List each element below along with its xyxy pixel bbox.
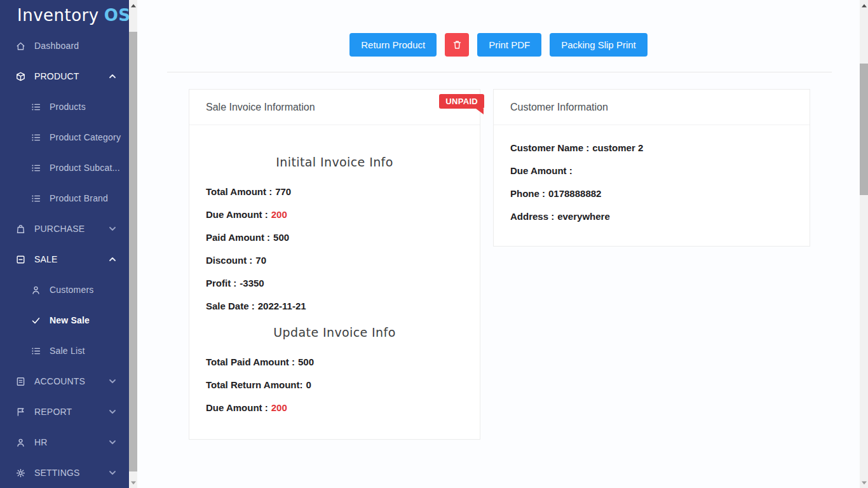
scroll-down-arrow-icon[interactable] xyxy=(860,478,868,487)
trash-icon xyxy=(452,39,463,50)
customer-info-card: Customer Information Customer Name :cust… xyxy=(493,89,810,247)
paid-amount-line: Paid Amount :500 xyxy=(206,233,463,242)
sidebar-item-dashboard[interactable]: Dashboard xyxy=(0,30,129,61)
sidebar-item-label: PRODUCT xyxy=(34,71,79,81)
sidebar-item-label: SETTINGS xyxy=(34,468,80,478)
sidebar-item-label: Dashboard xyxy=(34,41,79,51)
profit-line: Profit :-3350 xyxy=(206,278,463,288)
scroll-up-arrow-icon[interactable] xyxy=(129,1,137,10)
customer-due-amount-line: Due Amount : xyxy=(510,166,793,175)
sale-invoice-card-header: Sale Invoice Information UNPAID xyxy=(189,90,480,125)
customer-address-line: Address :everywhere xyxy=(510,212,793,221)
chevron-up-icon xyxy=(107,254,118,264)
sidebar-item-report[interactable]: REPORT xyxy=(0,396,129,427)
sidebar-item-label: Product Category xyxy=(50,132,121,142)
customer-info-card-body: Customer Name :customer 2 Due Amount : P… xyxy=(494,125,810,221)
sidebar-item-product-category[interactable]: Product Category xyxy=(0,122,129,152)
sidebar-item-hr[interactable]: HR xyxy=(0,427,129,458)
unpaid-status-badge: UNPAID xyxy=(439,94,484,109)
packing-slip-print-button[interactable]: Packing Slip Print xyxy=(550,33,648,57)
page-scrollbar-thumb[interactable] xyxy=(860,64,868,195)
sidebar-item-label: Product Subcat... xyxy=(50,163,120,173)
sidebar-item-new-sale[interactable]: New Sale xyxy=(0,305,129,336)
person-icon xyxy=(15,437,26,448)
sidebar-item-sale-list[interactable]: Sale List xyxy=(0,336,129,366)
chevron-down-icon xyxy=(107,437,118,447)
page-scrollbar[interactable] xyxy=(860,0,868,488)
brand-logo: Inventory OS xyxy=(0,0,129,30)
sidebar-item-label: PURCHASE xyxy=(34,224,85,234)
gear-icon xyxy=(15,468,26,478)
due-amount-updated-line: Due Amount :200 xyxy=(206,403,463,412)
sale-date-line: Sale Date :2022-11-21 xyxy=(206,301,463,311)
customer-info-card-header: Customer Information xyxy=(494,90,810,125)
delete-button[interactable] xyxy=(445,33,469,57)
customer-phone-line: Phone :0178888882 xyxy=(510,189,793,198)
total-amount-line: Total Amount :770 xyxy=(206,187,463,196)
sidebar-item-product-brand[interactable]: Product Brand xyxy=(0,183,129,214)
sidebar-item-label: SALE xyxy=(34,254,58,264)
bag-icon xyxy=(15,224,26,234)
discount-line: Discount :70 xyxy=(206,255,463,265)
sidebar: Inventory OS Dashboard PRODUCT Products … xyxy=(0,0,129,488)
chevron-down-icon xyxy=(107,224,118,234)
sidebar-item-label: Product Brand xyxy=(50,193,108,203)
toolbar: Return Product Print PDF Packing Slip Pr… xyxy=(137,33,860,57)
initial-invoice-heading: Initital Invoice Info xyxy=(206,154,463,170)
receipt-icon xyxy=(15,254,26,265)
check-icon xyxy=(31,315,41,326)
update-invoice-heading: Update Invoice Info xyxy=(206,324,463,341)
home-icon xyxy=(15,41,26,51)
customer-info-card-title: Customer Information xyxy=(510,102,608,113)
total-return-amount-line: Total Return Amount:0 xyxy=(206,380,463,390)
sidebar-item-product[interactable]: PRODUCT xyxy=(0,61,129,92)
sale-invoice-card: Sale Invoice Information UNPAID Initital… xyxy=(189,89,480,440)
chevron-down-icon xyxy=(107,468,118,478)
sidebar-item-accounts[interactable]: ACCOUNTS xyxy=(0,366,129,396)
sidebar-item-customers[interactable]: Customers xyxy=(0,274,129,305)
chevron-down-icon xyxy=(107,407,118,417)
sidebar-item-purchase[interactable]: PURCHASE xyxy=(0,214,129,244)
sidebar-scrollbar-thumb[interactable] xyxy=(129,32,137,471)
sidebar-item-label: ACCOUNTS xyxy=(34,376,85,386)
brand-name: Inventory xyxy=(17,6,99,25)
sidebar-scrollbar[interactable] xyxy=(129,0,137,488)
list-icon xyxy=(31,132,41,143)
sidebar-item-settings[interactable]: SETTINGS xyxy=(0,458,129,488)
box-icon xyxy=(15,71,26,82)
total-paid-amount-line: Total Paid Amount :500 xyxy=(206,357,463,367)
list-icon xyxy=(31,193,41,204)
scroll-down-arrow-icon[interactable] xyxy=(129,478,137,487)
file-icon xyxy=(15,376,26,387)
sidebar-item-label: Sale List xyxy=(50,346,85,356)
sidebar-item-products[interactable]: Products xyxy=(0,92,129,122)
flag-icon xyxy=(15,407,26,417)
list-icon xyxy=(31,102,41,112)
sidebar-item-product-subcategory[interactable]: Product Subcat... xyxy=(0,152,129,183)
sale-invoice-card-title: Sale Invoice Information xyxy=(206,102,315,113)
customer-name-line: Customer Name :customer 2 xyxy=(510,143,793,152)
sidebar-item-sale[interactable]: SALE xyxy=(0,244,129,274)
sidebar-item-label: HR xyxy=(34,437,48,447)
brand-suffix: OS xyxy=(104,6,129,25)
list-icon xyxy=(31,346,41,356)
return-product-button[interactable]: Return Product xyxy=(349,33,437,57)
person-icon xyxy=(31,285,41,295)
main-content: Return Product Print PDF Packing Slip Pr… xyxy=(137,0,860,488)
sidebar-item-label: Customers xyxy=(50,285,93,295)
sidebar-item-label: REPORT xyxy=(34,407,72,417)
due-amount-line: Due Amount :200 xyxy=(206,210,463,219)
chevron-up-icon xyxy=(107,71,118,81)
sale-invoice-card-body: Initital Invoice Info Total Amount :770 … xyxy=(189,154,480,412)
scroll-up-arrow-icon[interactable] xyxy=(860,1,868,10)
toolbar-divider xyxy=(167,72,832,72)
sidebar-item-label: Products xyxy=(50,102,86,112)
list-icon xyxy=(31,163,41,173)
print-pdf-button[interactable]: Print PDF xyxy=(477,33,541,57)
chevron-down-icon xyxy=(107,376,118,386)
sidebar-item-label: New Sale xyxy=(50,315,90,325)
